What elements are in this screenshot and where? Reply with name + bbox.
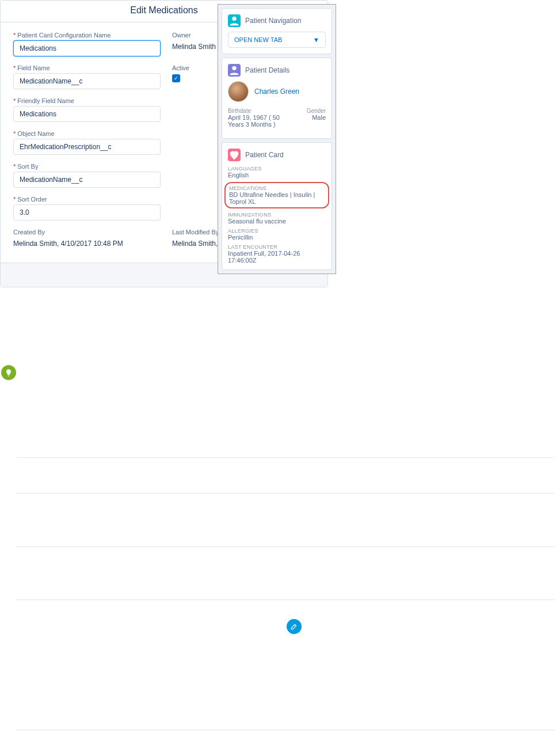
- languages-label: LANGUAGES: [228, 166, 326, 172]
- patient-details-card: Patient Details Charles Green Birthdate …: [222, 58, 332, 139]
- chevron-down-icon: ▼: [313, 36, 319, 43]
- active-checkbox[interactable]: ✓: [172, 74, 180, 82]
- person-icon: [228, 64, 241, 77]
- divider: [16, 493, 554, 494]
- details-title: Patient Details: [245, 66, 289, 74]
- immunizations-label: IMMUNIZATIONS: [228, 212, 326, 218]
- allergies-label: ALLERGIES: [228, 228, 326, 234]
- immunizations-value: Seasonal flu vaccine: [228, 218, 326, 225]
- sortby-label: Sort By: [13, 163, 161, 170]
- patient-card: Patient Card LANGUAGES English MEDICATIO…: [222, 142, 332, 270]
- divider: [16, 730, 554, 730]
- sortby-input[interactable]: [13, 172, 161, 188]
- languages-value: English: [228, 172, 326, 179]
- birthdate-label: Birthdate: [228, 108, 251, 114]
- medications-label: MEDICATIONS: [229, 185, 325, 191]
- tip-icon: [1, 365, 16, 380]
- sortorder-input[interactable]: [13, 204, 161, 221]
- medications-highlight: MEDICATIONS BD Ultrafine Needles | Insul…: [224, 182, 329, 208]
- friendly-label: Friendly Field Name: [13, 97, 161, 104]
- open-tab-label: OPEN NEW TAB: [234, 36, 282, 43]
- patient-navigation-card: Patient Navigation OPEN NEW TAB ▼: [222, 8, 332, 54]
- edit-icon[interactable]: [287, 619, 302, 634]
- open-new-tab-button[interactable]: OPEN NEW TAB ▼: [228, 32, 326, 48]
- avatar: [228, 81, 249, 102]
- createdby-label: Created By: [13, 229, 161, 236]
- sortorder-label: Sort Order: [13, 196, 161, 203]
- createdby-value: Melinda Smith, 4/10/2017 10:48 PM: [13, 237, 161, 248]
- object-input[interactable]: [13, 139, 161, 155]
- encounter-label: LAST ENCOUNTER: [228, 244, 326, 250]
- nav-title: Patient Navigation: [245, 17, 301, 25]
- svg-point-1: [232, 66, 236, 70]
- heart-icon: [228, 149, 241, 161]
- divider: [16, 457, 554, 458]
- divider: [16, 599, 554, 600]
- gender-label: Gender: [307, 108, 326, 114]
- svg-point-0: [232, 17, 236, 21]
- friendly-input[interactable]: [13, 106, 161, 122]
- person-icon: [228, 14, 241, 27]
- patient-name-link[interactable]: Charles Green: [254, 88, 299, 96]
- gender-value: Male: [312, 114, 326, 121]
- medications-value: BD Ultrafine Needles | Insulin | Toprol …: [229, 191, 325, 205]
- config-name-input[interactable]: [13, 40, 161, 56]
- allergies-value: Penicillin: [228, 234, 326, 241]
- object-label: Object Name: [13, 130, 161, 137]
- field-name-input[interactable]: [13, 73, 161, 89]
- encounter-value: Inpatient Full, 2017-04-26 17:46:00Z: [228, 250, 326, 264]
- patient-panel: Patient Navigation OPEN NEW TAB ▼ Patien…: [218, 4, 336, 274]
- config-name-label: Patient Card Configuration Name: [13, 32, 161, 39]
- patient-card-title: Patient Card: [245, 151, 284, 159]
- field-name-label: Field Name: [13, 64, 161, 71]
- birthdate-value: April 19, 1967 ( 50 Years 3 Months ): [228, 114, 297, 128]
- divider: [16, 546, 554, 547]
